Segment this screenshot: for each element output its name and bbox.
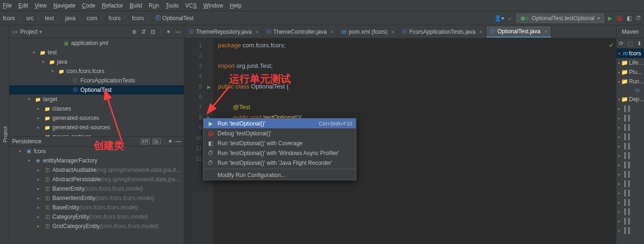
maven-dep-item[interactable]: ▸║║ bbox=[616, 188, 644, 198]
close-icon[interactable]: × bbox=[391, 29, 394, 35]
menu-build[interactable]: Build bbox=[130, 2, 142, 9]
maven-run[interactable]: ▸📁Run… bbox=[616, 77, 644, 86]
menu-code[interactable]: Code bbox=[82, 2, 95, 9]
tree-module[interactable]: ▾▣fcors bbox=[9, 147, 184, 156]
editor-tab-active[interactable]: ⓒOptionalTest.java× bbox=[486, 26, 551, 37]
tree-folder[interactable]: ▸📁classes bbox=[9, 104, 184, 113]
tree-folder[interactable]: ▾📁target bbox=[9, 95, 184, 104]
folder-icon: 📁 bbox=[621, 69, 628, 75]
editor-tab[interactable]: ⓒThemeRepository.java× bbox=[185, 27, 263, 37]
menu-help[interactable]: Help bbox=[230, 2, 241, 9]
maven-dep-item[interactable]: ▸║║ bbox=[616, 151, 644, 160]
crumb[interactable]: fcors bbox=[132, 15, 144, 22]
hide-icon[interactable]: — bbox=[175, 138, 181, 145]
build-icon[interactable]: ↙ bbox=[508, 15, 513, 22]
cm-jfr[interactable]: ⏱Run 'testOptional()' with 'Java Flight … bbox=[203, 158, 356, 168]
cm-profiler[interactable]: ⏱Run 'testOptional()' with 'Windows Asyn… bbox=[203, 148, 356, 158]
maven-dep-item[interactable]: ▸║║ bbox=[616, 170, 644, 179]
editor-tab[interactable]: mpom.xml (fcors)× bbox=[338, 27, 398, 37]
crumb[interactable]: fcors bbox=[3, 15, 15, 22]
debug-button[interactable]: 🐞 bbox=[616, 15, 623, 22]
tree-entity[interactable]: ▸◫AbstractAuditable (org.springframework… bbox=[9, 165, 184, 175]
run-class-icon[interactable]: ▶ bbox=[205, 81, 213, 92]
menu-tools[interactable]: Tools bbox=[166, 2, 179, 9]
tree-entity[interactable]: ▸◫CategoryEntity (com.fcors.fcors.model) bbox=[9, 212, 184, 222]
maven-dep-item[interactable]: ▸║║ bbox=[616, 141, 644, 151]
er-icon[interactable]: ER bbox=[141, 139, 150, 144]
maven-dep-item[interactable]: ▸║║ bbox=[616, 207, 644, 216]
maven-dep-item[interactable]: ▸║║ bbox=[616, 113, 644, 123]
tree-emf[interactable]: ▾◉entityManagerFactory bbox=[9, 156, 184, 165]
crumb[interactable]: java bbox=[65, 15, 75, 22]
maven-root[interactable]: ▾mfcors bbox=[616, 49, 644, 58]
strip-tab-structure[interactable]: Structure bbox=[0, 120, 1, 149]
editor-tab[interactable]: ⓒFcorsApplicationTests.java× bbox=[398, 27, 487, 37]
crumb[interactable]: com bbox=[87, 15, 97, 22]
locate-icon[interactable]: ⊕ bbox=[132, 29, 137, 35]
maven-dep-item[interactable]: ▸║║ bbox=[616, 160, 644, 170]
maven-dep-item[interactable]: ▸║║ bbox=[616, 216, 644, 226]
menu-refactor[interactable]: Refactor bbox=[102, 2, 123, 9]
close-icon[interactable]: × bbox=[331, 29, 333, 35]
expand-icon[interactable]: ⇵ bbox=[141, 29, 146, 35]
maven-dep-item[interactable]: ▸║║ bbox=[616, 132, 644, 141]
maven-lifecycle[interactable]: ▸📁Life… bbox=[616, 58, 644, 67]
maven-plugins[interactable]: ▸📁Plu… bbox=[616, 67, 644, 77]
strip-tab-project[interactable]: Project bbox=[1, 123, 9, 146]
tree-class[interactable]: ⓒFcorsApplicationTests bbox=[9, 76, 184, 85]
run-button[interactable]: ▶ bbox=[608, 15, 612, 22]
menu-edit[interactable]: Edit bbox=[18, 2, 28, 9]
download-icon[interactable]: ⬇ bbox=[637, 40, 642, 47]
project-panel-title[interactable]: Project ▾ bbox=[20, 29, 129, 35]
tree-entity[interactable]: ▸◫BannerItemEntity (com.fcors.fcors.mode… bbox=[9, 193, 184, 203]
menu-view[interactable]: View bbox=[35, 2, 47, 9]
tree-folder[interactable]: ▸📁generated-test-sources bbox=[9, 123, 184, 132]
generate-icon[interactable]: ⬚ bbox=[628, 40, 633, 47]
menu-navigate[interactable]: Navigate bbox=[53, 2, 75, 9]
cm-debug[interactable]: 🐞Debug 'testOptional()' bbox=[203, 128, 356, 138]
tree-entity[interactable]: ▸◫BaseEntity (com.fcors.fcors.model) bbox=[9, 203, 184, 212]
maven-dep-item[interactable]: ▸║║ bbox=[616, 123, 644, 132]
tree-entity[interactable]: ▸◫GridCategoryEntity (com.fcors.fcors.mo… bbox=[9, 222, 184, 231]
editor-tab[interactable]: ⓒThemeController.java× bbox=[263, 27, 338, 37]
maven-dep-item[interactable]: ▸║║ bbox=[616, 179, 644, 188]
crumb-active[interactable]: ⓒ OptionalTest bbox=[155, 14, 194, 22]
tree-folder[interactable]: ▸📁generated-sources bbox=[9, 113, 184, 123]
refresh-icon[interactable]: ⟳ bbox=[619, 40, 623, 47]
close-icon[interactable]: × bbox=[255, 29, 258, 35]
tree-folder[interactable]: ▸📁maven-archiver bbox=[9, 132, 184, 136]
cm-modify[interactable]: Modify Run Configuration... bbox=[203, 170, 356, 180]
close-icon[interactable]: × bbox=[544, 29, 547, 34]
close-icon[interactable]: × bbox=[479, 29, 482, 35]
settings-icon[interactable]: ✶ bbox=[166, 29, 171, 35]
maven-dep-item[interactable]: ▸║║ bbox=[616, 198, 644, 207]
run-config-selector[interactable]: ⬤↻ OptionalTest.testOptional ▾ bbox=[516, 14, 604, 23]
menu-file[interactable]: File bbox=[3, 2, 12, 9]
maven-dep-item[interactable]: ▸║║ bbox=[616, 104, 644, 113]
tree-class-selected[interactable]: ⓒOptionalTest bbox=[9, 85, 184, 95]
user-icon[interactable]: 👤▾ bbox=[494, 15, 504, 22]
crumb[interactable]: test bbox=[45, 15, 54, 22]
crumb[interactable]: src bbox=[26, 15, 34, 22]
tree-folder[interactable]: ▾📁test bbox=[9, 48, 184, 57]
tree-package[interactable]: ▾📁com.fcors.fcors bbox=[9, 67, 184, 76]
sql-icon[interactable]: QL bbox=[152, 139, 161, 144]
menu-vcs[interactable]: VCS bbox=[185, 2, 197, 9]
menu-window[interactable]: Window bbox=[203, 2, 224, 9]
tree-folder[interactable]: ▾📁java bbox=[9, 57, 184, 67]
maven-deps[interactable]: ▾📁Dep… bbox=[616, 95, 644, 104]
profile-button[interactable]: ⏱ bbox=[636, 15, 641, 22]
coverage-button[interactable]: ◧ bbox=[627, 15, 632, 22]
cm-run[interactable]: ▶Run 'testOptional()'Ctrl+Shift+F10 bbox=[203, 118, 356, 128]
tree-entity[interactable]: ▸◫AbstractPersistable (org.springframewo… bbox=[9, 175, 184, 184]
tree-file[interactable]: ▦application.yml bbox=[9, 38, 184, 48]
maven-dep-item[interactable]: ▸║║ bbox=[616, 226, 644, 235]
gear-icon[interactable]: ✶ bbox=[168, 138, 173, 145]
hide-icon[interactable]: — bbox=[175, 29, 181, 35]
crumb[interactable]: fcors bbox=[109, 15, 121, 22]
collapse-icon[interactable]: ⊟ bbox=[151, 29, 155, 35]
menu-run[interactable]: Run bbox=[149, 2, 159, 9]
maven-header[interactable]: Maven bbox=[616, 25, 644, 38]
cm-coverage[interactable]: ◧Run 'testOptional()' with Coverage bbox=[203, 138, 356, 148]
tree-entity[interactable]: ▸◫BannerEntity (com.fcors.fcors.model) bbox=[9, 184, 184, 193]
